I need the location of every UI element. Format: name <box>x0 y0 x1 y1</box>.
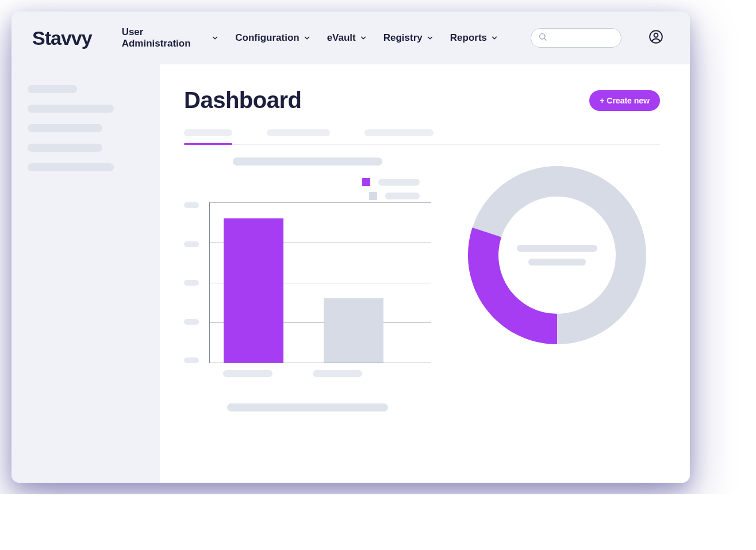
legend-label-placeholder <box>385 193 420 199</box>
y-tick-placeholder <box>184 280 199 286</box>
x-axis-labels <box>184 363 431 377</box>
body: Dashboard + Create new <box>11 64 690 483</box>
nav-user-administration[interactable]: User Administration <box>122 26 220 49</box>
nav-label: Configuration <box>235 32 299 44</box>
create-new-button[interactable]: + Create new <box>589 90 660 111</box>
chart-title-placeholder <box>233 157 382 166</box>
y-tick-placeholder <box>184 357 199 363</box>
donut-center-label-placeholder <box>528 259 586 266</box>
svg-point-3 <box>654 33 658 37</box>
donut-chart-card <box>454 157 660 347</box>
page-title: Dashboard <box>184 87 301 113</box>
account-button[interactable] <box>648 29 665 47</box>
active-tab-indicator <box>184 143 232 145</box>
x-label-placeholder <box>223 370 273 377</box>
svg-point-0 <box>540 34 545 39</box>
sidebar <box>11 64 160 483</box>
legend-item <box>362 178 420 186</box>
sidebar-item[interactable] <box>28 163 114 171</box>
bar <box>324 298 383 363</box>
legend-label-placeholder <box>378 179 420 186</box>
charts-row <box>184 157 660 411</box>
svg-line-1 <box>544 39 546 40</box>
chevron-down-icon <box>211 34 219 42</box>
bar-chart-card <box>184 157 431 411</box>
search-icon <box>538 32 547 44</box>
header: Stavvy User Administration Configuration… <box>11 11 690 64</box>
nav-label: eVault <box>327 32 356 44</box>
bar <box>224 218 283 363</box>
tab[interactable] <box>364 129 433 136</box>
donut-chart <box>465 163 649 347</box>
tab[interactable] <box>267 129 330 136</box>
chevron-down-icon <box>490 34 498 42</box>
donut-center-label-placeholder <box>517 245 597 252</box>
legend-swatch-icon <box>369 192 377 200</box>
sidebar-item[interactable] <box>28 85 77 93</box>
x-label-placeholder <box>313 370 362 377</box>
bar-chart <box>184 202 431 363</box>
chevron-down-icon <box>426 34 434 42</box>
nav-label: User Administration <box>122 26 208 49</box>
tabs <box>184 129 660 145</box>
main-content: Dashboard + Create new <box>160 64 690 483</box>
bar-chart-legend <box>184 178 431 200</box>
nav-evault[interactable]: eVault <box>327 26 367 49</box>
donut-center-labels <box>465 163 649 347</box>
chevron-down-icon <box>359 34 367 42</box>
legend-swatch-icon <box>362 178 370 186</box>
y-tick-placeholder <box>184 319 199 325</box>
sidebar-item[interactable] <box>28 105 114 113</box>
nav-label: Registry <box>383 32 423 44</box>
chart-footer-placeholder <box>227 403 388 411</box>
nav-registry[interactable]: Registry <box>383 26 434 49</box>
y-tick-placeholder <box>184 241 199 247</box>
plot-area <box>209 202 431 363</box>
y-axis-ticks <box>184 202 209 363</box>
nav-label: Reports <box>450 32 487 44</box>
brand-logo: Stavvy <box>32 27 92 49</box>
legend-item <box>369 192 420 200</box>
nav-reports[interactable]: Reports <box>450 26 498 49</box>
tab[interactable] <box>184 129 232 136</box>
sidebar-item[interactable] <box>28 144 102 152</box>
y-tick-placeholder <box>184 202 199 208</box>
user-icon <box>648 29 663 47</box>
chevron-down-icon <box>303 34 311 42</box>
nav-configuration[interactable]: Configuration <box>235 26 310 49</box>
search-input[interactable] <box>531 28 621 48</box>
sidebar-item[interactable] <box>28 124 102 132</box>
primary-nav: User Administration Configuration eVault… <box>122 26 498 49</box>
app-window: Stavvy User Administration Configuration… <box>11 11 690 483</box>
